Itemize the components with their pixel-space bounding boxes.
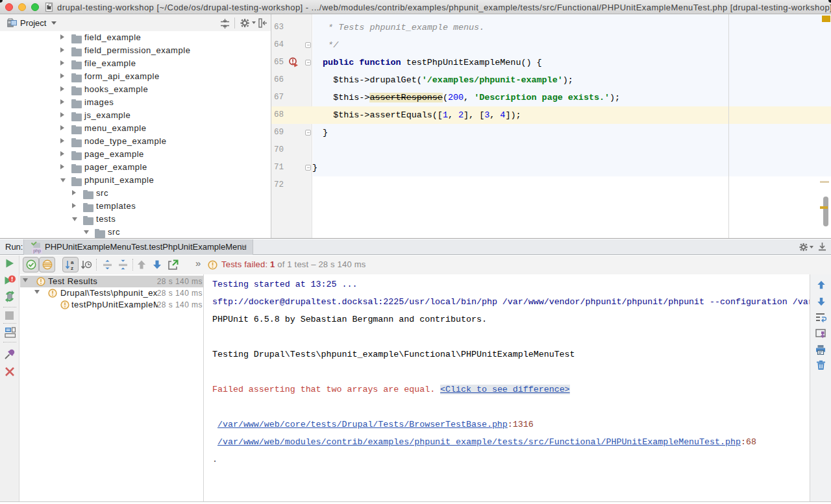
svg-text:z: z (71, 265, 73, 270)
svg-text:a: a (71, 259, 74, 265)
svg-text:php: php (33, 248, 41, 254)
